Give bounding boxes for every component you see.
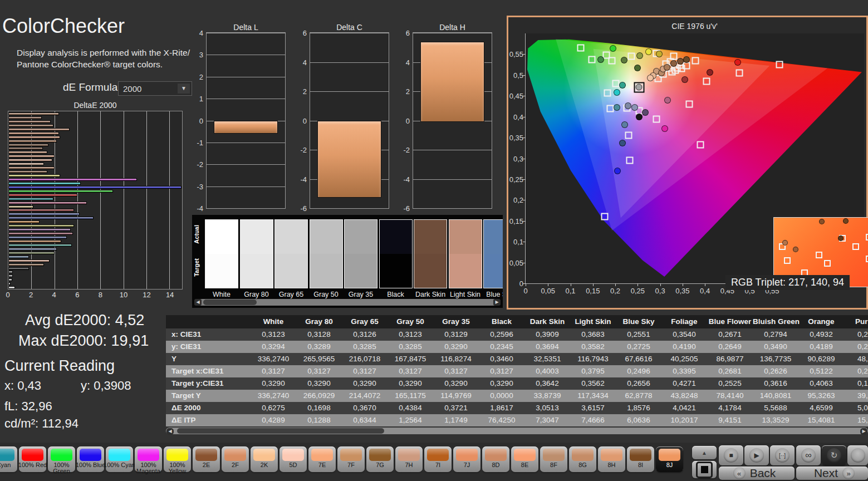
color-swatch-black[interactable] <box>379 219 413 288</box>
cie-selected-point[interactable] <box>634 82 644 92</box>
color-swatch-gray-35[interactable] <box>344 219 377 288</box>
stop-button[interactable]: ■ <box>719 445 743 465</box>
patch-button-7g[interactable]: 7G <box>366 446 394 472</box>
scroll-left-icon[interactable]: ◀ <box>194 299 202 306</box>
deltae-bar <box>8 159 52 161</box>
patch-color-chip <box>340 449 362 461</box>
deltae-bar <box>8 186 182 189</box>
deltae-bar <box>8 252 55 254</box>
patch-color-chip <box>398 449 420 461</box>
patch-button-2k[interactable]: 2K <box>251 446 278 472</box>
patch-button-2f[interactable]: 2F <box>222 446 249 472</box>
y-tick-label: 0 <box>189 116 203 125</box>
next-button[interactable]: Next » <box>796 467 868 480</box>
table-column-header: Blue Flower <box>707 315 753 328</box>
patch-button-8g[interactable]: 8G <box>569 446 596 472</box>
patch-button-7i[interactable]: 7I <box>424 446 452 472</box>
color-swatch-dark-skin[interactable] <box>414 219 447 288</box>
cie-measured-point <box>614 104 620 111</box>
deltae-bar <box>8 278 12 281</box>
table-row-label: ΔE 2000 <box>166 402 251 414</box>
table-column-header: Gray 50 <box>388 315 433 328</box>
refresh-button[interactable]: ↻ <box>822 445 846 465</box>
table-column-header: Light Skin <box>570 315 616 328</box>
inset-measured-point <box>838 235 844 241</box>
patch-button-100-magenta[interactable]: 100% Magenta <box>135 446 162 472</box>
patch-button-100-green[interactable]: 100% Green <box>48 446 75 472</box>
patch-color-chip <box>51 449 72 461</box>
x-tick-label: 0 <box>523 287 527 295</box>
color-swatch-gray-50[interactable] <box>310 219 343 288</box>
swatch-scroll-thumb[interactable] <box>203 300 257 305</box>
blank-button[interactable] <box>847 445 868 465</box>
y-tick-label: 0,3 <box>513 154 523 163</box>
y-tick-label: -2 <box>395 146 410 154</box>
back-button[interactable]: « Back <box>719 467 795 480</box>
patch-button-cyan[interactable]: Cyan <box>0 446 17 472</box>
x-tick <box>683 283 683 286</box>
patch-button-7f[interactable]: 7F <box>337 446 365 472</box>
gridline <box>207 77 285 77</box>
patch-button-7j[interactable]: 7J <box>453 446 480 472</box>
patch-button-100-cyan[interactable]: 100% Cyan <box>106 446 133 472</box>
color-swatch-gray-80[interactable] <box>240 219 273 288</box>
patch-color-chip <box>311 449 333 461</box>
patch-button-8h[interactable]: 8H <box>598 446 625 472</box>
patch-button-2e[interactable]: 2E <box>193 446 220 472</box>
color-swatch-light-skin[interactable] <box>449 219 482 288</box>
patch-button-8e[interactable]: 8E <box>511 446 538 472</box>
play-button[interactable]: ▶ <box>744 445 769 465</box>
inset-measured-point <box>843 218 849 224</box>
patch-button-7h[interactable]: 7H <box>395 446 423 472</box>
patch-button-100-red[interactable]: 100% Red <box>19 446 46 472</box>
color-swatch-white[interactable] <box>205 219 238 288</box>
table-scroll-thumb[interactable] <box>177 428 384 434</box>
x-tick-label: 0,4 <box>700 287 710 295</box>
swatch-label: Gray 65 <box>274 291 308 298</box>
inset-target-square <box>866 256 868 262</box>
table-cell: 39,52 <box>844 390 868 402</box>
table-cell: 0,3670 <box>342 402 388 414</box>
cie-measured-point <box>597 56 604 63</box>
reading-y-value: y: 0,3908 <box>81 379 131 393</box>
patch-button-8d[interactable]: 8D <box>482 446 509 472</box>
x-tick-label: 12 <box>143 291 150 299</box>
de-formula-select[interactable]: 2000 ▼ <box>118 81 192 96</box>
deltae-bar <box>8 190 113 193</box>
patch-button-8f[interactable]: 8F <box>540 446 567 472</box>
scroll-right-icon[interactable]: ▶ <box>493 299 501 306</box>
patch-button-8j[interactable]: 8J <box>656 446 683 472</box>
patch-color-chip <box>0 449 14 461</box>
color-swatch-blue-sky[interactable] <box>483 219 503 288</box>
patch-button-5d[interactable]: 5D <box>279 446 307 472</box>
color-swatch-gray-65[interactable] <box>274 219 308 288</box>
gridline <box>207 208 285 209</box>
table-cell: 0,3127 <box>388 365 433 377</box>
patch-button-100-yellow[interactable]: 100% Yellow <box>164 446 191 472</box>
table-cell: 10,2017 <box>661 414 707 426</box>
table-cell: 4,6599 <box>798 402 844 414</box>
patch-button-100-blue[interactable]: 100% Blue <box>77 446 104 472</box>
y-tick-label: 0,5 <box>513 71 523 79</box>
patch-button-8i[interactable]: 8I <box>627 446 654 472</box>
deltae-bars <box>8 112 182 288</box>
table-cell: 0,4189 <box>798 341 844 353</box>
collapse-toolbar-button[interactable]: ▲ <box>692 446 717 459</box>
swatch-scrollbar[interactable]: ◀ ▶ <box>194 299 501 306</box>
table-scrollbar[interactable]: ◀ ▶ <box>166 428 868 434</box>
table-cell: 33,8739 <box>524 390 570 402</box>
table-cell: 0,3795 <box>570 365 616 377</box>
y-tick-label: 2 <box>395 87 410 96</box>
marker-button[interactable]: [··] <box>770 445 795 465</box>
window-mode-button[interactable] <box>692 461 717 478</box>
table-cell: 0,1288 <box>296 414 342 426</box>
deltae-bar <box>8 163 44 165</box>
table-cell: 165,1175 <box>388 390 433 402</box>
table-cell: 0,3290 <box>251 377 296 390</box>
patch-button-7e[interactable]: 7E <box>308 446 336 472</box>
table-cell: 0,2681 <box>707 365 753 377</box>
loop-button[interactable]: ∞ <box>796 445 821 465</box>
blank-icon <box>851 448 865 463</box>
scroll-left-icon[interactable]: ◀ <box>166 428 174 435</box>
scroll-right-icon[interactable]: ▶ <box>860 428 867 435</box>
